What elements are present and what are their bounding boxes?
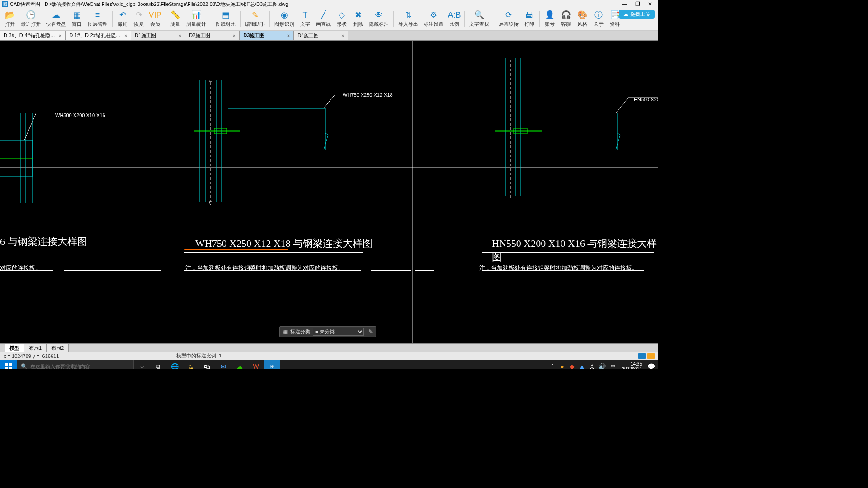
图形识别-icon: ◉ [279, 10, 289, 20]
grid-icon: ▦ [283, 328, 288, 335]
tool-label: 最近打开 [21, 21, 41, 28]
start-button[interactable] [0, 360, 17, 369]
search-input[interactable] [30, 364, 130, 369]
tool-label: 隐藏标注 [369, 21, 389, 28]
doc-tab[interactable]: D-1#、D-2#锚孔桩隐…× [66, 31, 131, 40]
风格-icon: 🎨 [577, 10, 587, 20]
mail-icon[interactable]: ✉ [215, 360, 231, 369]
taskview-icon[interactable]: ⧉ [150, 360, 166, 369]
tool-删除[interactable]: ✖删除 [350, 9, 366, 28]
layout-tab-1[interactable]: 布局1 [24, 344, 47, 352]
annotation-classify-bar[interactable]: ▦ 标注分类 ■ 未分类 ✎ [279, 326, 376, 337]
tool-编辑助手[interactable]: ✎编辑助手 [242, 9, 268, 28]
tool-隐藏标注[interactable]: 👁隐藏标注 [366, 9, 392, 28]
tray-chevron-icon[interactable]: ˄ [548, 360, 557, 369]
close-icon[interactable]: × [179, 33, 181, 38]
edit-icon[interactable]: ✎ [368, 328, 373, 335]
tool-label: 文字查找 [469, 21, 489, 28]
classify-dropdown[interactable]: ■ 未分类 [313, 328, 364, 336]
tray-network-icon[interactable]: 🖧 [588, 360, 597, 369]
tool-账号[interactable]: 👤账号 [542, 9, 558, 28]
tool-图层管理[interactable]: ≡图层管理 [85, 9, 110, 28]
tray-icon[interactable]: ◆ [568, 360, 577, 369]
tool-测量统计[interactable]: 📊测量统计 [184, 9, 209, 28]
tool-图形识别[interactable]: ◉图形识别 [272, 9, 297, 28]
恢复-icon: ↷ [134, 10, 144, 20]
joint-detail-middle [194, 80, 407, 207]
explorer-icon[interactable]: 🗂 [183, 360, 199, 369]
tray-ime-icon[interactable]: 中 [608, 360, 618, 369]
notification-icon[interactable]: 💬 [646, 360, 656, 369]
tool-文字查找[interactable]: 🔍文字查找 [467, 9, 492, 28]
tool-客服[interactable]: 🎧客服 [558, 9, 574, 28]
close-icon[interactable]: × [233, 33, 236, 38]
svg-rect-40 [9, 363, 12, 366]
close-icon[interactable]: × [59, 33, 61, 38]
layout-tab-2[interactable]: 布局2 [46, 344, 69, 352]
wps-icon[interactable]: W [248, 360, 264, 369]
taskbar-search[interactable]: 🔍 [17, 360, 134, 369]
撤销-icon: ↶ [118, 10, 127, 20]
svg-rect-42 [9, 367, 12, 369]
wechat-icon[interactable]: ☁ [231, 360, 248, 369]
tool-关于[interactable]: ⓘ关于 [590, 9, 607, 28]
doc-tab[interactable]: D-3#、D-4#锚孔桩隐…× [0, 31, 66, 40]
tool-导入导出[interactable]: ⇅导入导出 [396, 9, 421, 28]
tool-标注设置[interactable]: ⚙标注设置 [421, 9, 446, 28]
scale-readout: 模型中的标注比例: 1 [176, 352, 222, 359]
svg-rect-39 [5, 363, 8, 366]
cad-app-icon[interactable]: 图 [264, 360, 280, 369]
tool-窗口[interactable]: ▦窗口 [69, 9, 85, 28]
tool-label: 文字 [300, 21, 310, 28]
cortana-icon[interactable]: ○ [134, 360, 150, 369]
close-icon[interactable]: × [124, 33, 127, 38]
close-icon[interactable]: × [287, 33, 290, 38]
store-icon[interactable]: 🛍 [199, 360, 215, 369]
status-icon-1[interactable] [638, 353, 646, 359]
tool-撤销[interactable]: ↶撤销 [114, 9, 131, 28]
tool-比例[interactable]: A:B比例 [446, 9, 462, 28]
edge-icon[interactable]: 🌐 [166, 360, 183, 369]
tool-打印[interactable]: 🖶打印 [521, 9, 538, 28]
toolbar-separator [269, 11, 270, 27]
doc-tab[interactable]: D4施工图× [294, 31, 348, 40]
drawing-canvas[interactable]: WH500 X200 X10 X16 WH750 X250 X12 X18 HN… [0, 41, 658, 343]
minimize-button[interactable]: — [618, 0, 631, 8]
tray-volume-icon[interactable]: 🔊 [598, 360, 607, 369]
tray-icon[interactable]: ▲ [578, 360, 587, 369]
drag-upload-button[interactable]: ☁ 拖拽上传 [619, 10, 655, 19]
tool-图纸对比[interactable]: ⬒图纸对比 [213, 9, 238, 28]
tool-label: 窗口 [72, 21, 82, 28]
tool-风格[interactable]: 🎨风格 [574, 9, 590, 28]
red-underline [184, 249, 288, 250]
close-button[interactable]: ✕ [644, 0, 656, 8]
tool-画直线[interactable]: ╱画直线 [313, 9, 334, 28]
tool-文字[interactable]: T文字 [297, 9, 313, 28]
文字-icon: T [300, 10, 310, 20]
tool-打开[interactable]: 📂打开 [2, 9, 18, 28]
toolbar-separator [494, 11, 494, 27]
账号-icon: 👤 [545, 10, 555, 20]
taskbar-clock[interactable]: 14:35 2022/8/11 [619, 361, 645, 369]
tool-最近打开[interactable]: 🕒最近打开 [18, 9, 43, 28]
tray-icon[interactable]: ● [558, 360, 567, 369]
tool-label: 资料 [610, 21, 620, 28]
maximize-button[interactable]: ❐ [631, 0, 644, 8]
tool-label: 图层管理 [88, 21, 108, 28]
layout-tab-model[interactable]: 模型 [5, 344, 24, 352]
tool-快看云盘[interactable]: ☁快看云盘 [43, 9, 69, 28]
tool-会员[interactable]: VIP会员 [147, 9, 163, 28]
titlebar: 图 CAD快速看图 - D:\微信接收文件\WeChat Files\wxid_… [0, 0, 658, 8]
status-icon-2[interactable] [647, 353, 655, 359]
windows-taskbar: 🔍 ○ ⧉ 🌐 🗂 🛍 ✉ ☁ W 图 ˄ ● ◆ ▲ 🖧 🔊 中 14:35 … [0, 360, 658, 369]
tool-测量[interactable]: 📏测量 [167, 9, 184, 28]
doc-tab[interactable]: D1施工图× [131, 31, 185, 40]
tab-label: D2施工图 [189, 32, 210, 39]
tool-屏幕旋转[interactable]: ⟳屏幕旋转 [496, 9, 521, 28]
tool-恢复[interactable]: ↷恢复 [131, 9, 147, 28]
doc-tab[interactable]: D2施工图× [185, 31, 240, 40]
doc-tab[interactable]: D3施工图× [240, 31, 294, 40]
close-icon[interactable]: × [341, 33, 344, 38]
tool-形状[interactable]: ◇形状 [334, 9, 350, 28]
upload-icon: ☁ [623, 11, 628, 17]
